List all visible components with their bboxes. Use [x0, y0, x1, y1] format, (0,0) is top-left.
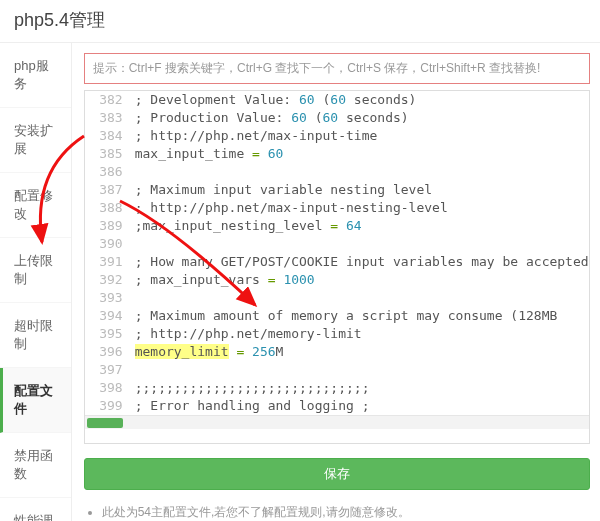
code-editor[interactable]: 382; Development Value: 60 (60 seconds)3… — [84, 90, 590, 444]
code-text: ;;;;;;;;;;;;;;;;;;;;;;;;;;;;;; — [135, 379, 589, 397]
sidebar-item-performance[interactable]: 性能调整 — [0, 498, 71, 521]
code-text: ; Error handling and logging ; — [135, 397, 589, 415]
code-text: memory_limit = 256M — [135, 343, 589, 361]
code-line[interactable]: 382; Development Value: 60 (60 seconds) — [85, 91, 589, 109]
line-number: 399 — [85, 397, 135, 415]
sidebar-item-config-file[interactable]: 配置文件 — [0, 368, 71, 433]
code-line[interactable]: 384; http://php.net/max-input-time — [85, 127, 589, 145]
line-number: 398 — [85, 379, 135, 397]
line-number: 387 — [85, 181, 135, 199]
code-line[interactable]: 399; Error handling and logging ; — [85, 397, 589, 415]
code-text: ; http://php.net/memory-limit — [135, 325, 589, 343]
scrollbar-thumb[interactable] — [87, 418, 123, 428]
code-line[interactable]: 388; http://php.net/max-input-nesting-le… — [85, 199, 589, 217]
line-number: 395 — [85, 325, 135, 343]
code-text: ; max_input_vars = 1000 — [135, 271, 589, 289]
line-number: 391 — [85, 253, 135, 271]
code-line[interactable]: 385max_input_time = 60 — [85, 145, 589, 163]
code-line[interactable]: 398;;;;;;;;;;;;;;;;;;;;;;;;;;;;;; — [85, 379, 589, 397]
code-line[interactable]: 391; How many GET/POST/COOKIE input vari… — [85, 253, 589, 271]
line-number: 392 — [85, 271, 135, 289]
line-number: 384 — [85, 127, 135, 145]
code-line[interactable]: 383; Production Value: 60 (60 seconds) — [85, 109, 589, 127]
code-text: ;max_input_nesting_level = 64 — [135, 217, 589, 235]
code-line[interactable]: 394; Maximum amount of memory a script m… — [85, 307, 589, 325]
line-number: 390 — [85, 235, 135, 253]
code-text — [135, 289, 589, 307]
code-text: ; http://php.net/max-input-nesting-level — [135, 199, 589, 217]
code-text: ; Production Value: 60 (60 seconds) — [135, 109, 589, 127]
sidebar-item-config-edit[interactable]: 配置修改 — [0, 173, 71, 238]
code-line[interactable]: 396memory_limit = 256M — [85, 343, 589, 361]
code-text: ; Maximum input variable nesting level — [135, 181, 589, 199]
code-text — [135, 361, 589, 379]
code-line[interactable]: 389;max_input_nesting_level = 64 — [85, 217, 589, 235]
line-number: 382 — [85, 91, 135, 109]
code-line[interactable]: 392; max_input_vars = 1000 — [85, 271, 589, 289]
line-number: 394 — [85, 307, 135, 325]
line-number: 385 — [85, 145, 135, 163]
line-number: 383 — [85, 109, 135, 127]
page-title: php5.4管理 — [0, 0, 600, 43]
code-line[interactable]: 393 — [85, 289, 589, 307]
line-number: 386 — [85, 163, 135, 181]
sidebar-nav: php服务 安装扩展 配置修改 上传限制 超时限制 配置文件 禁用函数 性能调整… — [0, 43, 72, 521]
horizontal-scrollbar[interactable] — [85, 415, 589, 429]
code-text: ; http://php.net/max-input-time — [135, 127, 589, 145]
line-number: 396 — [85, 343, 135, 361]
line-number: 393 — [85, 289, 135, 307]
save-button[interactable]: 保存 — [84, 458, 590, 490]
shortcut-hint: 提示：Ctrl+F 搜索关键字，Ctrl+G 查找下一个，Ctrl+S 保存，C… — [84, 53, 590, 84]
code-line[interactable]: 395; http://php.net/memory-limit — [85, 325, 589, 343]
sidebar-item-timeout[interactable]: 超时限制 — [0, 303, 71, 368]
code-text: max_input_time = 60 — [135, 145, 589, 163]
code-line[interactable]: 397 — [85, 361, 589, 379]
main-panel: 提示：Ctrl+F 搜索关键字，Ctrl+G 查找下一个，Ctrl+S 保存，C… — [72, 43, 600, 521]
code-line[interactable]: 387; Maximum input variable nesting leve… — [85, 181, 589, 199]
note-item: 此处为54主配置文件,若您不了解配置规则,请勿随意修改。 — [102, 502, 590, 521]
code-text — [135, 163, 589, 181]
line-number: 388 — [85, 199, 135, 217]
line-number: 389 — [85, 217, 135, 235]
sidebar-item-service[interactable]: php服务 — [0, 43, 71, 108]
code-line[interactable]: 386 — [85, 163, 589, 181]
code-text: ; How many GET/POST/COOKIE input variabl… — [135, 253, 589, 271]
code-line[interactable]: 390 — [85, 235, 589, 253]
sidebar-item-upload-limit[interactable]: 上传限制 — [0, 238, 71, 303]
footer-note: 此处为54主配置文件,若您不了解配置规则,请勿随意修改。 — [84, 502, 590, 521]
line-number: 397 — [85, 361, 135, 379]
sidebar-item-disabled-functions[interactable]: 禁用函数 — [0, 433, 71, 498]
code-text: ; Maximum amount of memory a script may … — [135, 307, 589, 325]
code-text: ; Development Value: 60 (60 seconds) — [135, 91, 589, 109]
sidebar-item-extensions[interactable]: 安装扩展 — [0, 108, 71, 173]
code-text — [135, 235, 589, 253]
